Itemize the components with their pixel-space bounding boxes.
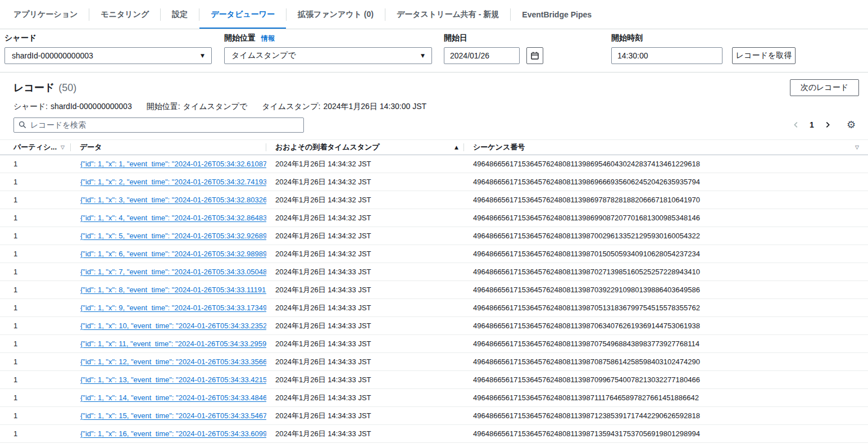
arrival-timestamp-cell: 2024年1月26日 14:34:32 JST [266, 159, 464, 169]
summary-position-value: タイムスタンプで [183, 102, 248, 112]
partition-key-cell: 1 [0, 429, 71, 438]
summary-shard-value: shardId-000000000003 [51, 102, 132, 112]
shard-field: シャード shardId-000000000003 ▼ [4, 33, 212, 64]
record-data-link[interactable]: {"id": 1, "x": 3, "event_time": "2024-01… [80, 196, 266, 204]
partition-key-header-label: パーティシ... [13, 142, 57, 152]
sequence-number-cell: 4964866561715364576248081139869787828188… [464, 196, 868, 204]
page-number[interactable]: 1 [805, 118, 819, 132]
arrival-timestamp-cell: 2024年1月26日 14:34:33 JST [266, 357, 464, 367]
record-data-link[interactable]: {"id": 1, "x": 8, "event_time": "2024-01… [80, 286, 266, 294]
table-row: 1 {"id": 1, "x": 2, "event_time": "2024-… [0, 173, 868, 191]
tab-enhanced-fanout[interactable]: 拡張ファンアウト (0) [287, 0, 385, 29]
tab-bar: アプリケーション モニタリング 設定 データビューワー 拡張ファンアウト (0)… [0, 0, 868, 29]
next-page-button[interactable] [821, 118, 834, 132]
arrival-timestamp-cell: 2024年1月26日 14:34:33 JST [266, 303, 464, 313]
tab-applications[interactable]: アプリケーション [2, 0, 89, 29]
records-title: レコード [13, 81, 54, 94]
arrival-timestamp-cell: 2024年1月26日 14:34:33 JST [266, 285, 464, 295]
partition-key-cell: 1 [0, 322, 71, 330]
table-row: 1 {"id": 1, "x": 6, "event_time": "2024-… [0, 245, 868, 263]
previous-page-button[interactable] [789, 118, 803, 132]
sequence-number-cell: 4964866561715364576248081139870634076261… [464, 322, 868, 330]
record-data-link[interactable]: {"id": 1, "x": 1, "event_time": "2024-01… [80, 160, 266, 168]
summary-timestamp-label: タイムスタンプ: [262, 102, 320, 112]
sequence-number-cell: 4964866561715364576248081139870150505934… [464, 250, 868, 258]
shard-select[interactable]: shardId-000000000003 ▼ [4, 47, 212, 64]
sort-ascending-icon[interactable]: ▲ [455, 145, 458, 150]
record-data-link[interactable]: {"id": 1, "x": 4, "event_time": "2024-01… [80, 214, 266, 222]
arrival-timestamp-cell: 2024年1月26日 14:34:33 JST [266, 267, 464, 277]
record-data-link[interactable]: {"id": 1, "x": 9, "event_time": "2024-01… [80, 304, 266, 312]
sequence-number-cell: 4964866561715364576248081139870996754007… [464, 375, 868, 384]
partition-key-cell: 1 [0, 286, 71, 294]
record-data-link[interactable]: {"id": 1, "x": 15, "event_time": "2024-0… [80, 411, 266, 420]
start-date-input[interactable] [444, 47, 520, 64]
sequence-number-cell: 4964866561715364576248081139871117646589… [464, 393, 868, 402]
sequence-number-cell: 4964866561715364576248081139869666935606… [464, 178, 868, 186]
data-cell: {"id": 1, "x": 16, "event_time": "2024-0… [71, 429, 266, 438]
records-panel: レコード (50) 次のレコード シャード: shardId-000000000… [0, 72, 868, 448]
record-data-link[interactable]: {"id": 1, "x": 10, "event_time": "2024-0… [80, 322, 266, 330]
table-row: 1 {"id": 1, "x": 14, "event_time": "2024… [0, 389, 868, 407]
chevron-down-icon: ▼ [201, 53, 204, 58]
sequence-number-cell: 4964866561715364576248081139870392291098… [464, 286, 868, 294]
arrival-timestamp-cell: 2024年1月26日 14:34:33 JST [266, 321, 464, 331]
filter-icon[interactable]: ▽ [855, 145, 859, 150]
data-cell: {"id": 1, "x": 12, "event_time": "2024-0… [71, 358, 266, 366]
summary-shard: シャード: shardId-000000000003 [13, 102, 132, 112]
record-search-box[interactable] [13, 117, 304, 133]
chevron-left-icon [792, 121, 800, 129]
tab-eventbridge-pipes[interactable]: EventBridge Pipes [511, 0, 603, 29]
record-data-link[interactable]: {"id": 1, "x": 7, "event_time": "2024-01… [80, 268, 266, 276]
shard-select-value: shardId-000000000003 [12, 51, 93, 60]
tab-configuration[interactable]: 設定 [161, 0, 199, 29]
gear-icon: ⚙ [847, 120, 856, 130]
arrival-timestamp-cell: 2024年1月26日 14:34:32 JST [266, 231, 464, 241]
sequence-number-cell: 4964866561715364576248081139870754968843… [464, 340, 868, 348]
arrival-timestamp-column-header[interactable]: おおよその到着タイムスタンプ ▲ [266, 140, 464, 155]
filter-icon[interactable]: ▽ [61, 145, 65, 150]
record-data-link[interactable]: {"id": 1, "x": 5, "event_time": "2024-01… [80, 232, 266, 240]
preferences-button[interactable]: ⚙ [843, 117, 859, 133]
info-link[interactable]: 情報 [261, 34, 275, 43]
sequence-number-cell: 4964866561715364576248081139870271398516… [464, 268, 868, 276]
calendar-icon [530, 51, 539, 60]
table-body: 1 {"id": 1, "x": 1, "event_time": "2024-… [0, 155, 868, 443]
summary-shard-label: シャード: [13, 102, 48, 112]
arrival-timestamp-cell: 2024年1月26日 14:34:33 JST [266, 429, 464, 439]
record-data-link[interactable]: {"id": 1, "x": 12, "event_time": "2024-0… [80, 358, 266, 366]
arrival-timestamp-cell: 2024年1月26日 14:34:32 JST [266, 195, 464, 205]
data-cell: {"id": 1, "x": 8, "event_time": "2024-01… [71, 286, 266, 294]
tab-data-stream-sharing[interactable]: データストリーム共有 - 新規 [385, 0, 510, 29]
arrival-timestamp-cell: 2024年1月26日 14:34:33 JST [266, 375, 464, 385]
start-date-label: 開始日 [444, 33, 467, 43]
records-count: (50) [58, 82, 76, 94]
record-data-link[interactable]: {"id": 1, "x": 6, "event_time": "2024-01… [80, 250, 266, 258]
record-data-link[interactable]: {"id": 1, "x": 16, "event_time": "2024-0… [80, 429, 266, 438]
data-cell: {"id": 1, "x": 9, "event_time": "2024-01… [71, 304, 266, 312]
data-cell: {"id": 1, "x": 7, "event_time": "2024-01… [71, 268, 266, 276]
partition-key-column-header[interactable]: パーティシ... ▽ [0, 140, 71, 155]
tab-data-viewer[interactable]: データビューワー [199, 0, 286, 29]
arrival-timestamp-cell: 2024年1月26日 14:34:33 JST [266, 411, 464, 421]
tab-monitoring[interactable]: モニタリング [89, 0, 160, 29]
record-data-link[interactable]: {"id": 1, "x": 14, "event_time": "2024-0… [80, 393, 266, 402]
sequence-header-label: シーケンス番号 [473, 142, 525, 152]
next-records-button[interactable]: 次のレコード [790, 79, 859, 96]
starting-position-select[interactable]: タイムスタンプで ▼ [224, 47, 432, 64]
partition-key-cell: 1 [0, 375, 71, 384]
start-time-input[interactable] [611, 47, 722, 64]
table-row: 1 {"id": 1, "x": 12, "event_time": "2024… [0, 353, 868, 371]
get-records-button[interactable]: レコードを取得 [732, 47, 796, 64]
record-search-input[interactable] [30, 120, 299, 129]
record-data-link[interactable]: {"id": 1, "x": 11, "event_time": "2024-0… [80, 340, 266, 348]
partition-key-cell: 1 [0, 178, 71, 186]
chevron-right-icon [824, 121, 831, 129]
record-data-link[interactable]: {"id": 1, "x": 2, "event_time": "2024-01… [80, 178, 266, 186]
table-toolbar: 1 ⚙ [0, 112, 868, 139]
calendar-button[interactable] [526, 47, 543, 64]
table-row: 1 {"id": 1, "x": 16, "event_time": "2024… [0, 425, 868, 443]
summary-starting-position: 開始位置: タイムスタンプで [147, 102, 248, 112]
record-data-link[interactable]: {"id": 1, "x": 13, "event_time": "2024-0… [80, 375, 266, 384]
sequence-number-cell: 4964866561715364576248081139870875861425… [464, 358, 868, 366]
